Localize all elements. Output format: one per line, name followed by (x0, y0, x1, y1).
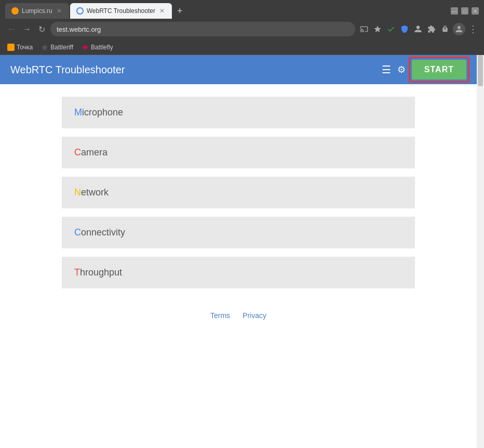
shield-icon[interactable] (399, 23, 410, 35)
test-label-connectivity: Connectivity (74, 227, 125, 238)
title-bar: Lumpics.ru ✕ WebRTC Troubleshooter ✕ + —… (0, 0, 484, 19)
tab-webrtc[interactable]: WebRTC Troubleshooter ✕ (70, 3, 172, 19)
tab-lumpics-close[interactable]: ✕ (56, 6, 63, 16)
network-rest: etwork (81, 187, 109, 197)
profile-icon[interactable] (412, 23, 424, 35)
test-item-microphone[interactable]: Microphone (62, 97, 415, 128)
microphone-rest: icrophone (82, 107, 123, 117)
terms-link[interactable]: Terms (210, 311, 230, 320)
page-area: WebRTC Troubleshooter ☰ ⚙ START Micropho… (0, 55, 484, 448)
tab-webrtc-label: WebRTC Troubleshooter (87, 7, 155, 15)
address-bar: ← → ↻ (0, 19, 484, 39)
tab-lumpics[interactable]: Lumpics.ru ✕ (5, 3, 69, 19)
scrollbar-thumb[interactable] (478, 55, 483, 86)
close-button[interactable]: ✕ (472, 7, 479, 15)
test-list: Microphone Camera Network Connectivity (62, 84, 415, 301)
user-avatar[interactable] (453, 23, 465, 35)
page-footer: Terms Privacy (0, 301, 477, 330)
browser-chrome: Lumpics.ru ✕ WebRTC Troubleshooter ✕ + —… (0, 0, 484, 55)
bookmark-battleriff-icon (41, 44, 48, 51)
cast-icon[interactable] (358, 23, 370, 35)
throughput-rest: hroughput (80, 267, 122, 278)
test-item-connectivity[interactable]: Connectivity (62, 217, 415, 248)
menu-icon[interactable]: ☰ (382, 63, 391, 76)
test-label-network: Network (74, 187, 109, 197)
privacy-link[interactable]: Privacy (243, 311, 266, 320)
header-actions: ☰ ⚙ START (382, 60, 466, 80)
forward-button[interactable]: → (21, 22, 33, 36)
test-item-throughput[interactable]: Throughput (62, 257, 415, 288)
minimize-button[interactable]: — (451, 7, 458, 15)
start-button[interactable]: START (412, 60, 466, 80)
scrollbar-track (477, 55, 484, 448)
test-label-throughput: Throughput (74, 267, 122, 278)
media-router-icon[interactable] (439, 23, 451, 35)
lumpics-favicon (11, 7, 19, 15)
reload-button[interactable]: ↻ (36, 22, 47, 36)
page-content: WebRTC Troubleshooter ☰ ⚙ START Micropho… (0, 55, 477, 448)
bookmark-tochka-label: Точка (17, 44, 33, 51)
back-button[interactable]: ← (5, 22, 18, 36)
new-tab-button[interactable]: + (173, 4, 187, 19)
test-item-camera[interactable]: Camera (62, 137, 415, 168)
microphone-first-char: M (74, 107, 82, 117)
bug-icon[interactable]: ⚙ (397, 64, 406, 75)
maximize-button[interactable]: □ (461, 7, 468, 15)
connectivity-rest: onnectivity (81, 227, 125, 238)
more-options-icon[interactable]: ⋮ (467, 23, 479, 35)
bookmark-battlefly-label: Battlefly (91, 44, 113, 51)
scrollbar[interactable] (477, 55, 484, 448)
toolbar-icons: ⋮ (358, 23, 479, 35)
bookmark-battleriff[interactable]: Battleriff (39, 43, 75, 52)
test-item-network[interactable]: Network (62, 177, 415, 208)
test-label-microphone: Microphone (74, 107, 123, 117)
bookmark-battlefly-icon (82, 44, 89, 51)
connectivity-first-char: C (74, 227, 81, 238)
camera-rest: amera (81, 147, 107, 157)
network-first-char: N (74, 187, 81, 197)
address-input[interactable] (50, 22, 355, 36)
window-controls: — □ ✕ (451, 7, 479, 15)
green-check-icon[interactable] (385, 23, 397, 35)
bookmark-tochka[interactable]: Точка (5, 43, 35, 52)
app-header: WebRTC Troubleshooter ☰ ⚙ START (0, 55, 477, 84)
app-title: WebRTC Troubleshooter (10, 64, 125, 76)
throughput-first-char: T (74, 267, 80, 278)
bookmarks-bar: Точка Battleriff Battlefly (0, 39, 484, 55)
extensions-icon[interactable] (426, 23, 437, 35)
test-label-camera: Camera (74, 147, 107, 157)
bookmark-tochka-icon (7, 44, 15, 51)
bookmark-battleriff-label: Battleriff (50, 44, 73, 51)
start-button-wrapper: START (412, 60, 466, 80)
tabs-area: Lumpics.ru ✕ WebRTC Troubleshooter ✕ + (5, 3, 451, 19)
webrtc-favicon (76, 7, 84, 15)
bookmark-star-icon[interactable] (372, 23, 383, 35)
tab-webrtc-close[interactable]: ✕ (158, 6, 166, 16)
tab-lumpics-label: Lumpics.ru (22, 7, 52, 15)
camera-first-char: C (74, 147, 81, 157)
bookmark-battlefly[interactable]: Battlefly (79, 43, 115, 52)
